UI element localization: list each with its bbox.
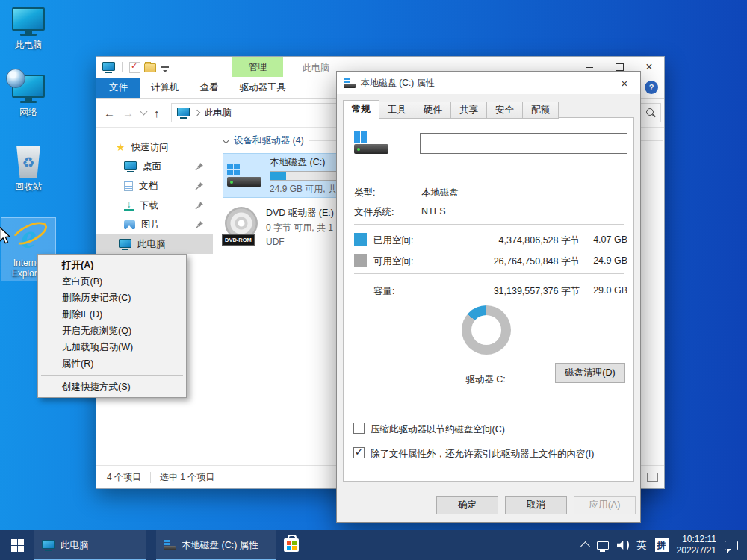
chevron-down-icon[interactable] [223, 136, 230, 143]
start-button[interactable] [0, 530, 34, 560]
windows-desktop: { "desktop": { "icons": [ {"label": "此电脑… [0, 0, 747, 560]
cancel-button[interactable]: 取消 [505, 496, 567, 514]
pictures-icon [124, 220, 135, 229]
sidebar-item-pictures[interactable]: 图片 [96, 215, 213, 234]
manage-contextual-tab[interactable]: 管理 [232, 57, 283, 77]
item-count: 4 个项目 [107, 471, 141, 484]
compress-checkbox[interactable] [353, 423, 365, 434]
recent-locations-icon[interactable] [140, 108, 148, 116]
tab-tools[interactable]: 工具 [379, 102, 415, 119]
tab-drive-tools[interactable]: 驱动器工具 [229, 78, 297, 98]
menu-item-inprivate[interactable]: 开启无痕浏览(Q) [40, 323, 185, 339]
free-space-swatch [354, 254, 367, 267]
dvd-filesystem: UDF [266, 237, 346, 247]
time: 10:12:11 [677, 534, 716, 545]
apply-button[interactable]: 应用(A) [574, 496, 636, 514]
tab-quota[interactable]: 配额 [523, 102, 559, 119]
filesystem-label: 文件系统: [354, 206, 394, 219]
microsoft-store-button[interactable] [278, 530, 305, 560]
volume-label-input[interactable] [420, 133, 627, 154]
dvd-icon: DVD-ROM [223, 207, 259, 246]
sidebar-item-desktop[interactable]: 桌面 [96, 157, 213, 176]
taskbar-app-label: 此电脑 [61, 539, 89, 552]
capacity-size: 29.0 GB [581, 285, 627, 296]
ime-language-indicator[interactable]: 英 [637, 538, 647, 552]
sidebar-item-label: 文档 [139, 180, 158, 193]
desktop-icon-label: 回收站 [15, 181, 42, 192]
free-space-bytes: 26,764,750,848 字节 [453, 255, 580, 268]
drive-icon [164, 540, 176, 550]
selected-count: 选中 1 个项目 [160, 471, 214, 484]
desktop-icon-this-pc[interactable]: 此电脑 [0, 7, 57, 50]
divider [354, 224, 624, 225]
network-tray-icon[interactable] [597, 541, 609, 550]
sidebar-item-label: 桌面 [143, 161, 161, 173]
used-space-label: 已用空间: [374, 234, 413, 247]
tab-general[interactable]: 常规 [343, 100, 379, 119]
divider [354, 273, 624, 274]
sidebar-item-label: 图片 [141, 219, 160, 231]
windows-logo-icon [11, 539, 24, 552]
used-space-size: 4.07 GB [581, 234, 627, 245]
menu-item-delete-history[interactable]: 删除历史记录(C) [40, 290, 185, 306]
up-icon[interactable]: ↑ [154, 107, 160, 119]
general-tab-page: 类型: 本地磁盘 文件系统: NTFS 已用空间: 4,374,806,528 … [343, 117, 634, 482]
index-checkbox[interactable] [353, 447, 365, 458]
tab-view[interactable]: 查看 [190, 78, 229, 98]
menu-item-no-addons[interactable]: 无加载项启动(W) [40, 339, 185, 355]
this-pc-icon [177, 108, 190, 119]
divider [122, 62, 123, 72]
sidebar-item-this-pc[interactable]: 此电脑 [96, 234, 213, 254]
disk-usage-donut-chart [462, 305, 511, 355]
desktop-icon-label: 此电脑 [15, 40, 42, 50]
recycle-bin-icon [15, 146, 42, 178]
menu-item-open[interactable]: 打开(A) [40, 257, 185, 273]
desktop-icon-network[interactable]: 网络 [0, 75, 57, 117]
ok-button[interactable]: 确定 [436, 496, 498, 514]
disk-properties-dialog: 本地磁盘 (C:) 属性 常规 工具 硬件 共享 安全 配额 类型: 本地磁盘 … [336, 71, 641, 523]
used-space-swatch [354, 233, 367, 246]
volume-tray-icon[interactable] [617, 539, 629, 551]
download-icon [124, 201, 134, 211]
sidebar-item-documents[interactable]: 文档 [96, 176, 213, 196]
tab-computer[interactable]: 计算机 [140, 78, 190, 98]
type-value: 本地磁盘 [421, 187, 459, 199]
taskbar-app-this-pc[interactable]: 此电脑 [34, 530, 146, 560]
tab-sharing[interactable]: 共享 [451, 102, 487, 119]
menu-item-properties[interactable]: 属性(R) [40, 355, 185, 372]
close-icon[interactable] [609, 72, 640, 94]
new-folder-quick-icon[interactable] [144, 63, 156, 72]
properties-quick-icon[interactable] [129, 62, 140, 73]
forward-icon[interactable]: → [123, 107, 134, 119]
breadcrumb[interactable]: 此电脑 [205, 107, 232, 119]
clock[interactable]: 10:12:11 2022/7/21 [677, 534, 716, 556]
sidebar-item-label: 此电脑 [137, 238, 166, 251]
divider [176, 62, 176, 72]
dvd-name: DVD 驱动器 (E:) 微 [266, 207, 346, 220]
desktop-icon-recycle-bin[interactable]: 回收站 [0, 146, 57, 192]
action-center-icon[interactable] [725, 541, 738, 550]
tab-file[interactable]: 文件 [96, 78, 140, 98]
taskbar-app-disk-properties[interactable]: 本地磁盘 (C:) 属性 [156, 530, 276, 560]
this-pc-icon [102, 62, 115, 73]
globe-icon [6, 69, 25, 88]
ime-mode-icon[interactable]: 拼 [655, 538, 669, 552]
tab-security[interactable]: 安全 [487, 102, 523, 119]
drive-letter-label: 驱动器 C: [433, 373, 538, 386]
sidebar-item-downloads[interactable]: 下载 [96, 196, 213, 215]
sidebar-item-label: 快速访问 [131, 141, 169, 154]
customize-toolbar-icon[interactable] [161, 66, 169, 68]
thumbnail-view-icon[interactable] [647, 473, 658, 482]
show-hidden-icons-chevron[interactable] [580, 541, 590, 551]
tab-hardware[interactable]: 硬件 [415, 102, 451, 119]
back-icon[interactable]: ← [104, 107, 115, 119]
disk-cleanup-button[interactable]: 磁盘清理(D) [555, 363, 625, 383]
sidebar-item-quick-access[interactable]: 快速访问 [96, 137, 213, 157]
drive-icon [227, 164, 263, 187]
menu-item-create-shortcut[interactable]: 创建快捷方式(S) [40, 379, 185, 395]
dialog-title: 本地磁盘 (C:) 属性 [361, 77, 435, 90]
menu-item-blank-page[interactable]: 空白页(B) [40, 273, 185, 290]
menu-item-delete-ie[interactable]: 删除IE(D) [40, 306, 185, 323]
help-icon[interactable] [645, 81, 658, 94]
pin-icon [195, 181, 204, 190]
